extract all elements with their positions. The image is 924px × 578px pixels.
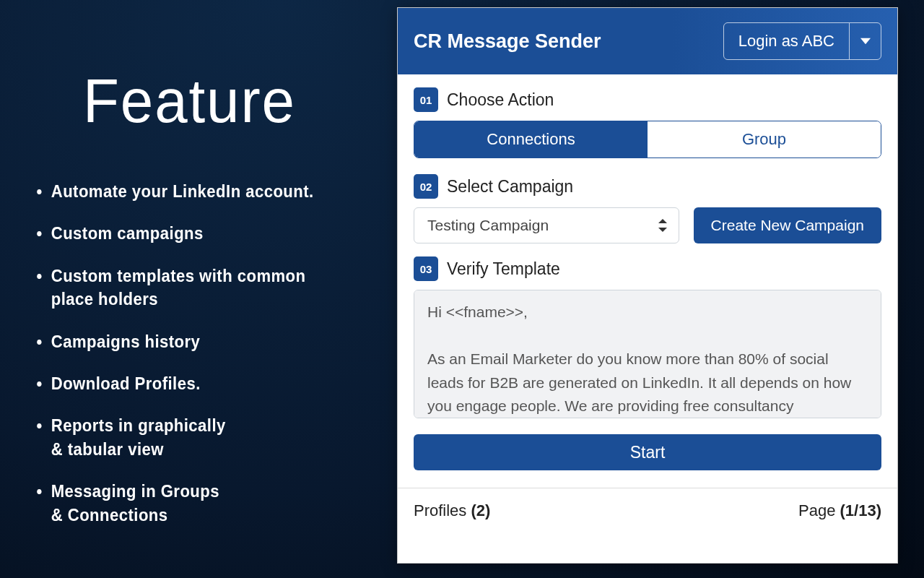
step-2-header: 02 Select Campaign (414, 174, 881, 199)
step-label: Select Campaign (447, 177, 573, 197)
step-badge: 01 (414, 87, 438, 112)
feature-heading: Feature (83, 65, 367, 137)
page-count: Page (1/13) (798, 501, 881, 520)
action-tabs: Connections Group (414, 121, 881, 158)
step-1-header: 01 Choose Action (414, 87, 881, 112)
feature-item: Automate your LinkedIn account. (32, 180, 354, 203)
start-button[interactable]: Start (414, 434, 881, 470)
feature-item: Download Profiles. (32, 372, 354, 395)
campaign-select[interactable]: Testing Campaign (414, 207, 679, 243)
app-title: CR Message Sender (414, 30, 601, 53)
feature-item: Messaging in Groups & Connections (32, 480, 354, 527)
feature-item: Reports in graphically & tabular view (32, 414, 354, 461)
feature-item: Custom campaigns (32, 222, 354, 245)
campaign-selected-value: Testing Campaign (427, 217, 549, 234)
feature-list: Automate your LinkedIn account. Custom c… (32, 180, 383, 527)
tab-connections[interactable]: Connections (414, 121, 648, 158)
footer-status: Profiles (2) Page (1/13) (398, 488, 897, 532)
step-label: Verify Template (447, 259, 560, 279)
create-campaign-button[interactable]: Create New Campaign (694, 207, 881, 243)
select-updown-icon (658, 219, 667, 232)
app-panel: CR Message Sender Login as ABC 01 Choose… (397, 7, 898, 564)
step-badge: 03 (414, 256, 438, 281)
login-dropdown[interactable]: Login as ABC (723, 22, 881, 60)
step-3-header: 03 Verify Template (414, 256, 881, 281)
feature-item: Custom templates with common place holde… (32, 264, 354, 311)
template-textarea[interactable] (414, 290, 881, 418)
feature-item: Campaigns history (32, 330, 354, 353)
step-badge: 02 (414, 174, 438, 199)
caret-down-icon (860, 36, 871, 46)
login-caret-button[interactable] (849, 23, 881, 59)
tab-group[interactable]: Group (648, 121, 881, 158)
app-header: CR Message Sender Login as ABC (398, 8, 897, 74)
app-body: 01 Choose Action Connections Group 02 Se… (398, 74, 897, 563)
feature-sidebar: Feature Automate your LinkedIn account. … (0, 0, 397, 578)
step-label: Choose Action (447, 90, 554, 110)
login-button[interactable]: Login as ABC (724, 23, 849, 59)
profiles-count: Profiles (2) (414, 501, 490, 520)
